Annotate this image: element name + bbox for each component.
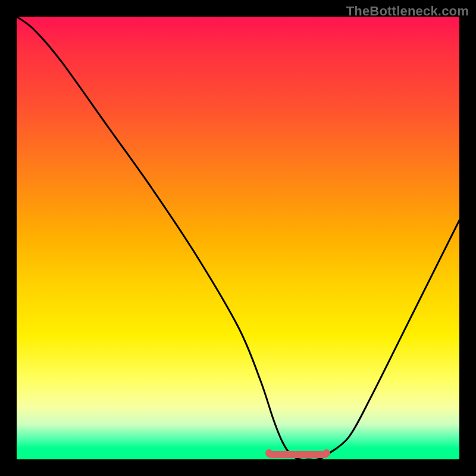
optimal-range-marker: [269, 453, 327, 455]
chart-frame: TheBottleneck.com: [0, 0, 476, 476]
chart-svg: [17, 17, 459, 459]
watermark-text: TheBottleneck.com: [346, 4, 469, 19]
bottleneck-curve-path: [17, 17, 459, 459]
chart-plot-area: [17, 17, 459, 459]
